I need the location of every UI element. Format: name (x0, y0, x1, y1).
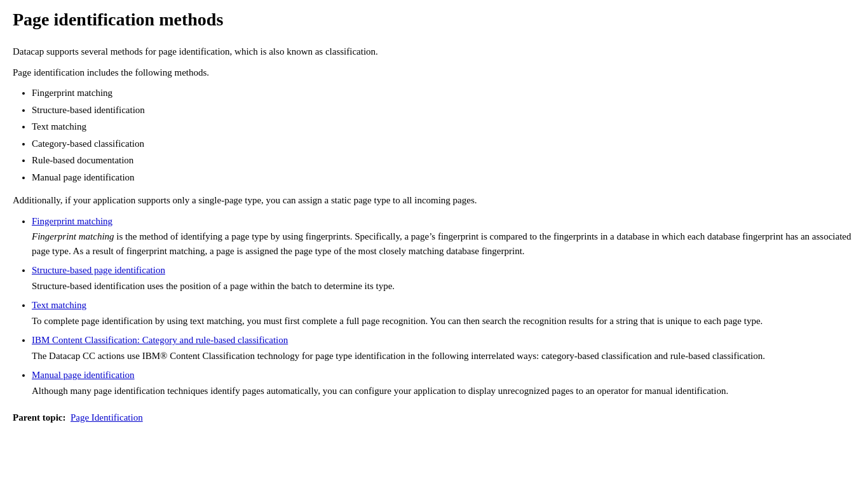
manual-identification-link[interactable]: Manual page identification (32, 370, 135, 380)
ibm-cc-desc: The Datacap CC actions use IBM® Content … (32, 349, 855, 363)
detail-list-item-structure: Structure-based page identification Stru… (32, 263, 855, 293)
detail-list-item-fingerprint: Fingerprint matching Fingerprint matchin… (32, 214, 855, 259)
detail-list-item-ibm-cc: IBM Content Classification: Category and… (32, 333, 855, 363)
list-item: Fingerprint matching (32, 86, 855, 100)
additionally-paragraph: Additionally, if your application suppor… (13, 193, 855, 208)
fingerprint-desc-text: is the method of identifying a page type… (32, 231, 851, 256)
fingerprint-matching-link[interactable]: Fingerprint matching (32, 216, 112, 226)
list-item: Rule-based documentation (32, 153, 855, 168)
list-item: Structure-based identification (32, 103, 855, 118)
detail-list-item-text-matching: Text matching To complete page identific… (32, 298, 855, 328)
list-item: Text matching (32, 119, 855, 134)
manual-identification-desc: Although many page identification techni… (32, 384, 855, 398)
intro-paragraph-1: Datacap supports several methods for pag… (13, 44, 855, 59)
structure-based-link[interactable]: Structure-based page identification (32, 265, 165, 275)
intro-paragraph-2: Page identification includes the followi… (13, 65, 855, 80)
detail-list-item-manual: Manual page identification Although many… (32, 368, 855, 398)
detail-list: Fingerprint matching Fingerprint matchin… (32, 214, 855, 398)
page-title: Page identification methods (13, 6, 855, 33)
simple-list: Fingerprint matching Structure-based ide… (32, 86, 855, 184)
fingerprint-italic: Fingerprint matching (32, 231, 114, 241)
structure-based-desc: Structure-based identification uses the … (32, 279, 855, 294)
text-matching-desc: To complete page identification by using… (32, 314, 855, 329)
list-item: Category-based classification (32, 137, 855, 151)
fingerprint-matching-desc: Fingerprint matching is the method of id… (32, 229, 855, 258)
list-item: Manual page identification (32, 170, 855, 185)
text-matching-link[interactable]: Text matching (32, 300, 86, 310)
parent-topic-link[interactable]: Page Identification (71, 412, 143, 423)
parent-topic: Parent topic: Page Identification (13, 410, 855, 425)
ibm-cc-link[interactable]: IBM Content Classification: Category and… (32, 335, 288, 345)
parent-topic-label: Parent topic: (13, 412, 65, 423)
